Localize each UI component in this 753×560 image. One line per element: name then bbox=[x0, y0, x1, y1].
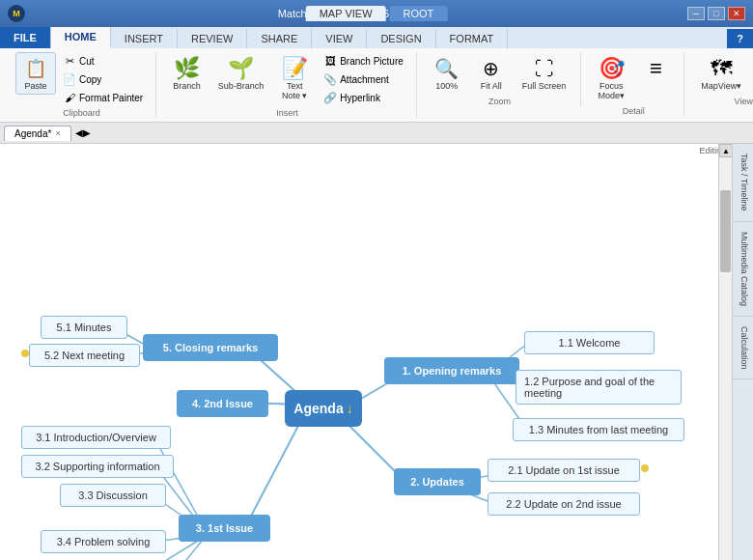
issue2-node[interactable]: 4. 2nd Issue bbox=[177, 390, 268, 417]
clipboard-buttons: 📋 Paste ✂ Cut 📄 Copy 🖌 Format Painter bbox=[15, 52, 148, 106]
c2-node[interactable]: 5.2 Next meeting bbox=[29, 344, 140, 367]
view-group: 🗺 MapView▾ ⬚ View bbox=[686, 52, 753, 106]
u2-label: 2.2 Update on 2nd issue bbox=[506, 498, 621, 510]
u1-label: 2.1 Update on 1st issue bbox=[508, 464, 620, 476]
ribbon-content: 📋 Paste ✂ Cut 📄 Copy 🖌 Format Painter bbox=[0, 48, 753, 122]
hyperlink-icon: 🔗 bbox=[323, 91, 337, 104]
close-btn[interactable]: ✕ bbox=[728, 7, 745, 20]
zoom-label: Zoom bbox=[488, 97, 511, 106]
zoom-100-icon: 🔍 bbox=[433, 55, 460, 82]
updates-node-label: 2. Updates bbox=[410, 476, 464, 488]
multimedia-panel[interactable]: Multimedia Catalog bbox=[733, 222, 753, 317]
title-bar: M MAP VIEW ROOT MatchWare MindView 6 - A… bbox=[0, 0, 753, 27]
insert-buttons: 🌿 Branch 🌱 Sub-Branch 📝 Text Note ▾ 🖼 Br… bbox=[166, 52, 408, 106]
s3-node[interactable]: 3.3 Discussion bbox=[60, 484, 166, 507]
w2-node[interactable]: 1.2 Purpose and goal of the meeting bbox=[516, 370, 682, 405]
tab-view[interactable]: VIEW bbox=[312, 29, 367, 48]
w3-label: 1.3 Minutes from last meeting bbox=[529, 424, 668, 435]
s4-node[interactable]: 3.4 Problem solving bbox=[41, 530, 166, 553]
sub-branch-button[interactable]: 🌱 Sub-Branch bbox=[211, 52, 271, 95]
tab-share[interactable]: SHARE bbox=[247, 29, 312, 48]
s3-label: 3.3 Discussion bbox=[78, 490, 148, 501]
format-painter-button[interactable]: 🖌 Format Painter bbox=[58, 89, 148, 106]
insert-group: 🌿 Branch 🌱 Sub-Branch 📝 Text Note ▾ 🖼 Br… bbox=[158, 52, 417, 118]
branch-label: Branch bbox=[173, 82, 201, 92]
tab-file[interactable]: FILE bbox=[0, 27, 51, 48]
w2-label: 1.2 Purpose and goal of the meeting bbox=[524, 376, 673, 399]
agenda-tab-close[interactable]: × bbox=[55, 128, 60, 138]
attachment-button[interactable]: 📎 Attachment bbox=[319, 70, 408, 88]
center-node-label: Agenda bbox=[293, 401, 343, 416]
copy-button[interactable]: 📄 Copy bbox=[58, 70, 148, 88]
hyperlink-button[interactable]: 🔗 Hyperlink bbox=[319, 89, 408, 106]
tab-insert[interactable]: INSERT bbox=[111, 29, 178, 48]
full-screen-icon: ⛶ bbox=[531, 55, 558, 82]
zoom-100-label: 100% bbox=[435, 82, 458, 92]
sub-branch-label: Sub-Branch bbox=[218, 82, 265, 92]
vertical-scrollbar[interactable]: ▲ ▼ bbox=[718, 144, 732, 560]
format-painter-icon: 🖌 bbox=[63, 91, 76, 104]
agenda-tab[interactable]: Agenda* × bbox=[4, 126, 71, 141]
s2-node[interactable]: 3.2 Supporting information bbox=[21, 455, 174, 478]
tab-design[interactable]: DESIGN bbox=[367, 29, 435, 48]
zoom-buttons: 🔍 100% ⊕ Fit All ⛶ Full Screen bbox=[427, 52, 573, 95]
text-note-button[interactable]: 📝 Text Note ▾ bbox=[274, 52, 315, 104]
fit-all-button[interactable]: ⊕ Fit All bbox=[471, 52, 512, 95]
focus-mode-button[interactable]: 🎯 FocusMode▾ bbox=[591, 52, 631, 104]
w3-node[interactable]: 1.3 Minutes from last meeting bbox=[513, 418, 684, 441]
tab-bar: Agenda* × ◀ ▶ bbox=[0, 123, 753, 144]
mapview-icon: 🗺 bbox=[708, 55, 735, 82]
app-logo: M bbox=[8, 5, 25, 22]
w1-node[interactable]: 1.1 Welcome bbox=[524, 331, 655, 354]
canvas-area[interactable]: Agenda ↓ 1. Opening remarks 2. Updates 3… bbox=[0, 144, 732, 560]
maximize-btn[interactable]: □ bbox=[708, 7, 725, 20]
clipboard-group: 📋 Paste ✂ Cut 📄 Copy 🖌 Format Painter bbox=[8, 52, 156, 118]
u1-node[interactable]: 2.1 Update on 1st issue bbox=[488, 459, 640, 482]
paste-button[interactable]: 📋 Paste bbox=[15, 52, 56, 95]
c1-label: 5.1 Minutes bbox=[57, 322, 112, 333]
tab-home[interactable]: HOME bbox=[51, 27, 111, 48]
full-screen-button[interactable]: ⛶ Full Screen bbox=[516, 52, 573, 95]
sub-branch-icon: 🌱 bbox=[227, 55, 254, 82]
scroll-up-arrow[interactable]: ▲ bbox=[719, 144, 732, 157]
mapview-label: MapView▾ bbox=[701, 82, 741, 92]
tab-review[interactable]: REVIEW bbox=[178, 29, 247, 48]
zoom-100-button[interactable]: 🔍 100% bbox=[427, 52, 467, 95]
tab-format[interactable]: FORMAT bbox=[436, 29, 509, 48]
center-node[interactable]: Agenda ↓ bbox=[285, 390, 362, 427]
cut-label: Cut bbox=[79, 56, 95, 67]
root-tab[interactable]: ROOT bbox=[390, 6, 448, 21]
branch-picture-button[interactable]: 🖼 Branch Picture bbox=[319, 52, 408, 70]
insert-small-buttons: 🖼 Branch Picture 📎 Attachment 🔗 Hyperlin… bbox=[319, 52, 408, 106]
window-controls: ─ □ ✕ bbox=[687, 7, 745, 20]
detail-extra-button[interactable]: ≡ bbox=[635, 52, 676, 85]
branch-picture-icon: 🖼 bbox=[323, 54, 337, 68]
fit-all-icon: ⊕ bbox=[478, 55, 505, 82]
u2-node[interactable]: 2.2 Update on 2nd issue bbox=[488, 492, 640, 516]
hyperlink-label: Hyperlink bbox=[340, 93, 380, 103]
mapview-button[interactable]: 🗺 MapView▾ bbox=[694, 52, 748, 95]
view-buttons: 🗺 MapView▾ ⬚ bbox=[694, 52, 753, 95]
opening-node-label: 1. Opening remarks bbox=[403, 365, 502, 377]
issue1-node[interactable]: 3. 1st Issue bbox=[179, 515, 270, 542]
full-screen-label: Full Screen bbox=[522, 82, 567, 92]
opening-node[interactable]: 1. Opening remarks bbox=[384, 357, 519, 384]
cut-button[interactable]: ✂ Cut bbox=[58, 52, 148, 70]
s1-node[interactable]: 3.1 Introduction/Overview bbox=[21, 426, 171, 449]
new-tab-scroll-right[interactable]: ▶ bbox=[83, 127, 91, 138]
map-view-tab[interactable]: MAP VIEW bbox=[306, 6, 386, 21]
clipboard-small-buttons: ✂ Cut 📄 Copy 🖌 Format Painter bbox=[58, 52, 148, 106]
new-tab-scroll-left[interactable]: ◀ bbox=[75, 127, 83, 138]
copy-label: Copy bbox=[79, 74, 101, 85]
attachment-icon: 📎 bbox=[323, 72, 337, 86]
v-scroll-thumb bbox=[720, 190, 731, 272]
branch-button[interactable]: 🌿 Branch bbox=[166, 52, 208, 95]
calculation-panel[interactable]: Calculation bbox=[733, 317, 753, 380]
updates-node[interactable]: 2. Updates bbox=[394, 468, 481, 495]
help-button[interactable]: ? bbox=[727, 29, 753, 48]
copy-icon: 📄 bbox=[63, 72, 76, 86]
c1-node[interactable]: 5.1 Minutes bbox=[41, 316, 127, 339]
minimize-btn[interactable]: ─ bbox=[687, 7, 705, 20]
task-timeline-panel[interactable]: Task / Timeline bbox=[733, 144, 753, 222]
closing-node[interactable]: 5. Closing remarks bbox=[143, 334, 278, 361]
